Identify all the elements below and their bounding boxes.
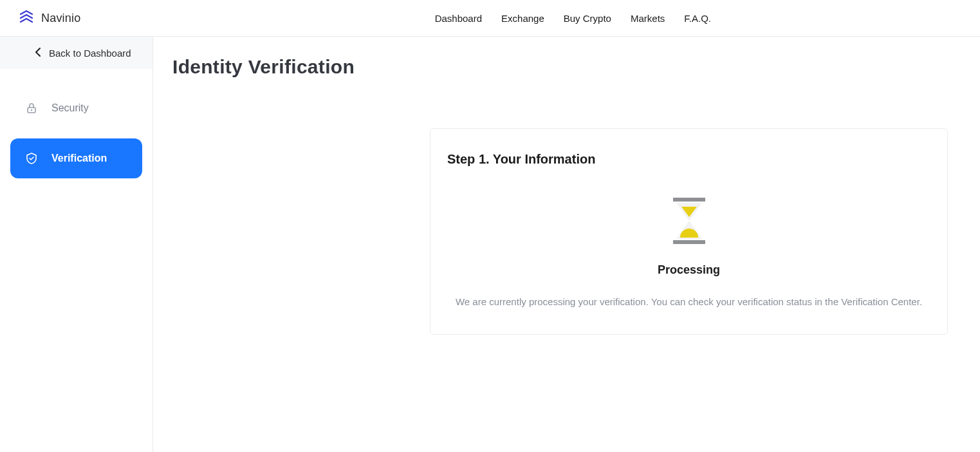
status-label: Processing xyxy=(658,263,720,277)
sidebar-item-security[interactable]: Security xyxy=(10,88,142,128)
sidebar: Back to Dashboard Security Verification xyxy=(0,37,153,452)
sidebar-item-label: Verification xyxy=(51,153,107,164)
hourglass-icon xyxy=(672,198,707,244)
shield-check-icon xyxy=(24,151,39,165)
brand-name: Navinio xyxy=(41,12,80,25)
back-to-dashboard[interactable]: Back to Dashboard xyxy=(0,37,153,69)
nav-markets[interactable]: Markets xyxy=(631,13,665,24)
nav-exchange[interactable]: Exchange xyxy=(501,13,544,24)
nav-buy-crypto[interactable]: Buy Crypto xyxy=(564,13,611,24)
back-label: Back to Dashboard xyxy=(49,48,131,59)
sidebar-item-verification[interactable]: Verification xyxy=(10,138,142,178)
header: Navinio Dashboard Exchange Buy Crypto Ma… xyxy=(0,0,980,37)
page-title: Identity Verification xyxy=(172,56,948,78)
logo-icon xyxy=(18,10,35,26)
main-content: Identity Verification Step 1. Your Infor… xyxy=(153,37,980,452)
svg-point-1 xyxy=(31,109,32,111)
sidebar-item-label: Security xyxy=(51,102,89,114)
verification-step-card: Step 1. Your Information Processing We a… xyxy=(430,128,948,335)
nav-faq[interactable]: F.A.Q. xyxy=(684,13,711,24)
chevron-left-icon xyxy=(35,48,41,59)
lock-icon xyxy=(24,101,39,115)
top-nav: Dashboard Exchange Buy Crypto Markets F.… xyxy=(435,13,711,24)
logo[interactable]: Navinio xyxy=(18,10,80,26)
nav-dashboard[interactable]: Dashboard xyxy=(435,13,482,24)
step-title: Step 1. Your Information xyxy=(447,152,930,167)
status-description: We are currently processing your verific… xyxy=(456,296,922,307)
